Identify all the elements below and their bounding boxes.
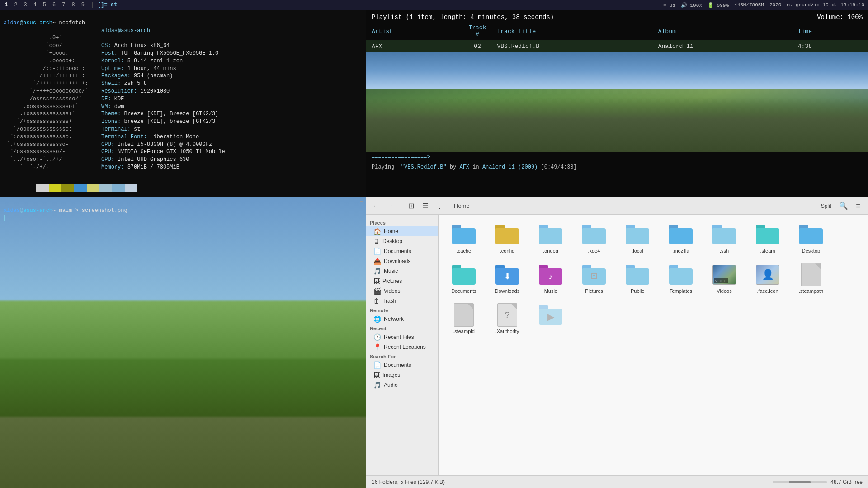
file-item-xauthority[interactable]: .Xauthority bbox=[487, 300, 527, 337]
sidebar-item-search-images[interactable]: 🖼 Images bbox=[366, 370, 438, 380]
sidebar-remote-label: Remote bbox=[366, 306, 438, 314]
fm-menu-button[interactable]: ≡ bbox=[852, 200, 864, 212]
file-item-config[interactable]: .config bbox=[487, 220, 527, 257]
sidebar-places-label: Places bbox=[366, 218, 438, 226]
ws-tab-6[interactable]: 6 bbox=[50, 1, 58, 9]
videos-icon: 🎬 bbox=[373, 287, 381, 295]
file-item-nav[interactable]: ▶ bbox=[531, 300, 571, 337]
fm-back-button[interactable]: ← bbox=[370, 200, 382, 212]
file-item-steampath[interactable]: .steampath bbox=[791, 260, 831, 297]
sidebar-item-home[interactable]: 🏠 Home bbox=[366, 226, 438, 236]
folder-gnupg-icon bbox=[539, 223, 562, 246]
sidebar-item-recent-locations[interactable]: 📍 Recent Locations bbox=[366, 342, 438, 352]
file-label-face-icon: .face.icon bbox=[757, 288, 778, 294]
fm-column-view-button[interactable]: ⫿ bbox=[434, 200, 446, 212]
file-item-templates[interactable]: Templates bbox=[661, 260, 701, 297]
file-item-gnupg[interactable]: .gnupg bbox=[531, 220, 571, 257]
fm-file-grid-container[interactable]: .cache .config bbox=[439, 215, 868, 475]
sidebar-search-doc-label: Documents bbox=[384, 362, 411, 368]
ws-tab-5[interactable]: 5 bbox=[40, 1, 49, 9]
fm-icon-view-button[interactable]: ⊞ bbox=[405, 200, 417, 212]
file-label-downloads: Downloads bbox=[495, 288, 519, 294]
terminal-bottom-text: aldas@asus-arch~ maim > screenshot.png ▌ bbox=[0, 197, 366, 231]
file-item-face-icon[interactable]: 👤 .face.icon bbox=[748, 260, 788, 297]
terminal-bottom[interactable]: aldas@asus-arch~ maim > screenshot.png ▌… bbox=[0, 197, 366, 488]
mp-track-album: Analord 11 bbox=[653, 40, 793, 53]
mp-track-artist: AFX bbox=[366, 40, 463, 53]
sidebar-item-videos[interactable]: 🎬 Videos bbox=[366, 286, 438, 296]
file-item-videos[interactable]: VIDEO Videos bbox=[704, 260, 744, 297]
workspace-tabs[interactable]: 1 2 3 4 5 6 7 8 9 bbox=[0, 1, 89, 9]
folder-config-icon bbox=[495, 223, 519, 246]
file-item-kde4[interactable]: .kde4 bbox=[574, 220, 614, 257]
ws-tab-3[interactable]: 3 bbox=[21, 1, 29, 9]
sidebar-item-pictures[interactable]: 🖼 Pictures bbox=[366, 276, 438, 286]
sidebar-item-network[interactable]: 🌐 Network bbox=[366, 314, 438, 324]
ws-tab-2[interactable]: 2 bbox=[11, 1, 20, 9]
file-label-cache: .cache bbox=[457, 248, 471, 254]
folder-local-icon bbox=[626, 223, 649, 246]
fm-search-button[interactable]: 🔍 bbox=[837, 200, 850, 212]
fm-scrollbar[interactable] bbox=[773, 481, 827, 483]
file-label-steam: .steam bbox=[760, 248, 775, 254]
file-item-downloads[interactable]: ⬇ Downloads bbox=[487, 260, 527, 297]
file-item-steampid[interactable]: .steampid bbox=[444, 300, 484, 337]
fm-breadcrumb-home[interactable]: Home bbox=[454, 202, 470, 209]
file-item-pictures[interactable]: 🖼 Pictures bbox=[574, 260, 614, 297]
file-item-documents[interactable]: Documents bbox=[444, 260, 484, 297]
file-label-steampath: .steampath bbox=[799, 288, 823, 294]
file-item-desktop[interactable]: Desktop bbox=[791, 220, 831, 257]
keyboard-indicator: ⌨ us bbox=[663, 2, 675, 8]
mp-col-album: Album bbox=[653, 23, 793, 40]
display-indicator: 2020 bbox=[769, 2, 781, 8]
terminal-top-close[interactable]: – bbox=[357, 10, 366, 18]
ws-tab-9[interactable]: 9 bbox=[79, 1, 87, 9]
file-steampath-icon bbox=[799, 263, 823, 286]
sidebar-item-documents[interactable]: 📄 Documents bbox=[366, 246, 438, 256]
sidebar-search-img-label: Images bbox=[382, 372, 400, 378]
file-item-local[interactable]: .local bbox=[618, 220, 657, 257]
sidebar-search-audio-label: Audio bbox=[384, 382, 398, 388]
sidebar-search-label: Search For bbox=[366, 352, 438, 360]
fm-free-space: 48.7 GiB free bbox=[830, 479, 863, 485]
folder-nav-icon: ▶ bbox=[539, 303, 562, 327]
sidebar-recent-files-label: Recent Files bbox=[384, 334, 414, 340]
ws-tab-4[interactable]: 4 bbox=[31, 1, 39, 9]
sidebar-documents-label: Documents bbox=[384, 248, 411, 254]
folder-pictures-icon: 🖼 bbox=[582, 263, 606, 286]
desktop-icon: 🖥 bbox=[373, 238, 380, 245]
sidebar-item-downloads[interactable]: 📥 Downloads bbox=[366, 256, 438, 266]
recent-files-icon: 🕐 bbox=[373, 333, 381, 341]
mp-track-row[interactable]: AFX 02 VBS.Redlof.B Analord 11 4:38 bbox=[366, 40, 868, 53]
left-panel: aldas@asus-arch~ neofetch ` aldas@asus-a… bbox=[0, 10, 366, 488]
file-item-ssh[interactable]: .ssh bbox=[704, 220, 744, 257]
file-label-steampid: .steampid bbox=[453, 328, 475, 334]
fm-forward-button[interactable]: → bbox=[384, 200, 397, 212]
file-item-mozilla[interactable]: .mozilla bbox=[661, 220, 701, 257]
file-item-public[interactable]: Public bbox=[618, 260, 657, 297]
terminal-top[interactable]: aldas@asus-arch~ neofetch ` aldas@asus-a… bbox=[0, 10, 366, 197]
file-manager: ← → ⊞ ☰ ⫿ Home Split 🔍 ≡ bbox=[366, 197, 868, 488]
wm-label: []= st bbox=[98, 2, 117, 8]
fm-split-button[interactable]: Split bbox=[817, 200, 835, 212]
fm-breadcrumb: Home bbox=[454, 202, 815, 209]
ws-tab-7[interactable]: 7 bbox=[59, 1, 68, 9]
sidebar-item-search-documents[interactable]: 📄 Documents bbox=[366, 360, 438, 370]
sidebar-music-label: Music bbox=[384, 268, 398, 274]
fm-scrollthumb[interactable] bbox=[789, 481, 811, 483]
file-label-public: Public bbox=[631, 288, 644, 294]
file-item-music[interactable]: ♪ Music bbox=[531, 260, 571, 297]
file-face-icon: 👤 bbox=[756, 263, 779, 286]
file-item-steam[interactable]: .steam bbox=[748, 220, 788, 257]
sidebar-item-search-audio[interactable]: 🎵 Audio bbox=[366, 380, 438, 390]
battery-indicator: 🔋 099% bbox=[708, 2, 729, 8]
ws-tab-8[interactable]: 8 bbox=[69, 1, 77, 9]
sidebar-item-trash[interactable]: 🗑 Trash bbox=[366, 296, 438, 306]
mp-track-time: 4:38 bbox=[793, 40, 868, 53]
ws-tab-1[interactable]: 1 bbox=[2, 1, 10, 9]
sidebar-item-desktop[interactable]: 🖥 Desktop bbox=[366, 236, 438, 246]
sidebar-item-music[interactable]: 🎵 Music bbox=[366, 266, 438, 276]
fm-detail-view-button[interactable]: ☰ bbox=[419, 200, 432, 212]
sidebar-item-recent-files[interactable]: 🕐 Recent Files bbox=[366, 332, 438, 342]
file-item-cache[interactable]: .cache bbox=[444, 220, 484, 257]
